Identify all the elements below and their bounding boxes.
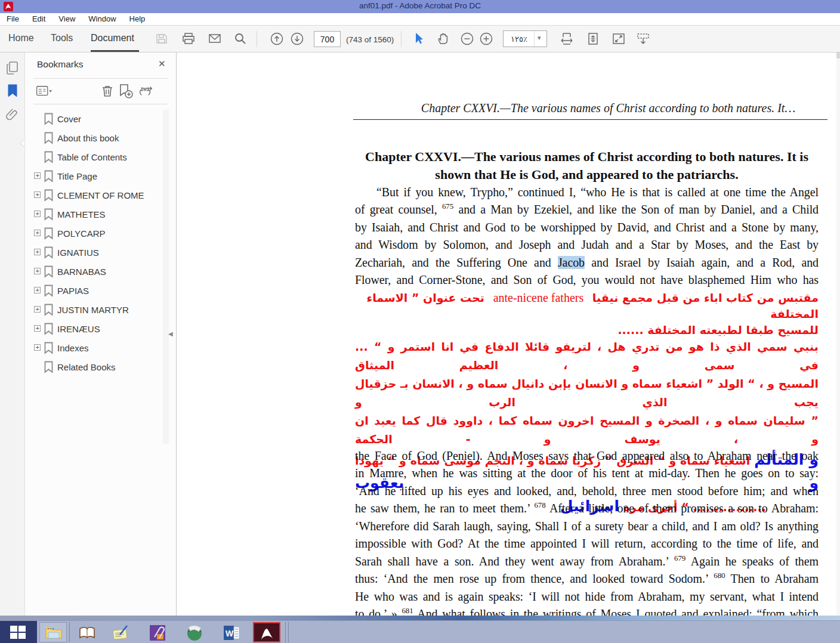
collapse-panel-icon[interactable] [168, 330, 173, 337]
bookmark-item[interactable]: Indexes [25, 339, 176, 358]
bookmark-icon [44, 265, 54, 278]
next-page-icon[interactable] [290, 32, 304, 46]
taskbar-word[interactable]: W [217, 622, 245, 642]
tab-home[interactable]: Home [8, 33, 34, 44]
panel-title: Bookmarks [37, 59, 84, 70]
bookmark-label: Table of Contents [57, 152, 127, 162]
zoom-out-icon[interactable] [460, 32, 474, 46]
bookmark-label: Indexes [57, 343, 89, 353]
bookmark-item[interactable]: MATHETES [25, 205, 176, 224]
expand-icon[interactable] [34, 172, 41, 179]
hand-tool-icon[interactable] [436, 32, 450, 46]
expand-icon[interactable] [34, 287, 41, 293]
zoom-in-icon[interactable] [479, 32, 493, 46]
bookmark-label: Related Books [57, 362, 116, 372]
new-bookmark-icon[interactable] [118, 84, 134, 99]
running-header: Chapter CXXVI.—The various names of Chri… [355, 101, 819, 115]
bookmarks-panel-icon[interactable] [6, 84, 19, 98]
expand-icon[interactable] [34, 344, 41, 351]
taskbar-binder-app[interactable] [143, 622, 171, 642]
bookmark-item[interactable]: BARNABAS [25, 262, 176, 282]
bookmark-icon [44, 285, 54, 297]
bookmark-item[interactable]: JUSTIN MARTYR [25, 301, 176, 320]
menu-item[interactable]: Edit [26, 13, 52, 23]
navigation-pane-strip [0, 52, 25, 620]
taskbar-globe-reader[interactable] [180, 622, 208, 642]
bookmark-icon [44, 323, 54, 335]
menu-item[interactable]: Window [82, 13, 122, 23]
paragraph-1[interactable]: “But if you knew, Trypho,” continued I, … [355, 184, 819, 289]
expand-icon[interactable] [34, 211, 41, 217]
attachments-icon[interactable] [6, 107, 19, 122]
taskbar-file-explorer[interactable] [39, 622, 67, 642]
presentation-mode-icon[interactable] [636, 32, 650, 46]
bookmarks-panel-header: Bookmarks [25, 52, 176, 79]
expand-icon[interactable] [34, 325, 41, 332]
bookmark-item[interactable]: Related Books [25, 358, 176, 377]
taskbar-acrobat[interactable] [253, 622, 280, 642]
bookmark-item[interactable]: CLEMENT OF ROME [25, 186, 176, 205]
start-button[interactable] [0, 621, 37, 643]
expand-icon[interactable] [34, 306, 41, 313]
search-icon[interactable] [233, 32, 248, 46]
page-thumbnails-icon[interactable] [6, 61, 19, 75]
chevron-down-icon[interactable] [534, 31, 546, 47]
bookmark-item[interactable]: IGNATIUS [25, 243, 176, 262]
bookmark-item[interactable]: Title Page [25, 167, 176, 186]
delete-bookmark-icon[interactable] [99, 84, 116, 99]
arabic-annotation-1[interactable]: مقتبس من كتاب اباء من قبل مجمع نيقيا ant… [355, 290, 819, 338]
bookmark-label: BARNABAS [57, 267, 106, 277]
full-screen-icon[interactable] [612, 32, 626, 46]
binder-clip-icon [149, 624, 166, 642]
tab-tools[interactable]: Tools [51, 33, 73, 44]
bookmark-label: Cover [57, 114, 81, 124]
fit-page-icon[interactable] [586, 32, 600, 46]
bookmark-item[interactable]: Cover [25, 110, 176, 129]
select-tool-icon[interactable] [412, 32, 426, 46]
bookmark-item[interactable]: PAPIAS [25, 282, 176, 301]
divider [33, 104, 168, 104]
zoom-level-value: ١٢٥٪ [504, 35, 535, 44]
taskbar-separator [285, 622, 286, 642]
zoom-level-select[interactable]: ١٢٥٪ [503, 30, 547, 47]
bookmark-label: POLYCARP [57, 228, 106, 239]
bookmark-item[interactable]: About this book [25, 129, 176, 148]
menu-item[interactable]: View [52, 13, 82, 23]
expand-icon[interactable] [34, 249, 41, 255]
email-icon[interactable] [208, 32, 222, 46]
bookmark-label: IRENÆUS [57, 324, 100, 334]
save-icon[interactable] [155, 32, 169, 46]
bookmark-label: Title Page [57, 171, 97, 181]
acrobat-window: anf01.pdf - Adobe Acrobat Pro DC FileEdi… [0, 0, 840, 643]
expand-icon[interactable] [34, 268, 41, 274]
bookmark-item[interactable]: IRENÆUS [25, 320, 176, 339]
menu-item[interactable]: File [0, 13, 26, 23]
menu-bar: FileEditViewWindowHelp [0, 13, 840, 26]
bookmark-item[interactable]: POLYCARP [25, 224, 176, 243]
close-icon[interactable] [156, 57, 169, 70]
taskbar-ebook-reader[interactable] [73, 622, 100, 642]
expand-icon[interactable] [34, 191, 41, 198]
print-icon[interactable] [181, 32, 196, 46]
document-scrollbar[interactable] [836, 52, 840, 616]
tab-document[interactable]: Document [91, 33, 134, 44]
expand-icon[interactable] [34, 230, 41, 236]
notebook-pencil-icon [112, 624, 129, 642]
expand-bookmark-icon[interactable] [137, 84, 154, 99]
paragraph-2[interactable]: the Face of God (Peniel). And Moses says… [355, 447, 819, 616]
panel-scrollbar[interactable] [163, 110, 169, 444]
main-toolbar: Home Tools Document [0, 26, 840, 52]
page-number-input[interactable] [314, 31, 341, 47]
chapter-heading-line2: shown that He is God, and appeared to th… [355, 166, 819, 184]
bookmark-icon [44, 246, 54, 259]
menu-item[interactable]: Help [123, 13, 152, 23]
bookmark-options-icon[interactable] [36, 84, 52, 99]
bookmark-item[interactable]: Table of Contents [25, 148, 176, 167]
fit-width-icon[interactable] [560, 32, 574, 46]
bookmarks-list: Cover About this book Table of Content [25, 110, 176, 377]
previous-page-icon[interactable] [270, 32, 284, 46]
acrobat-icon [258, 625, 275, 642]
file-explorer-icon [45, 624, 63, 642]
taskbar-notes-app[interactable] [106, 622, 134, 642]
bookmark-label: IGNATIUS [57, 248, 99, 258]
